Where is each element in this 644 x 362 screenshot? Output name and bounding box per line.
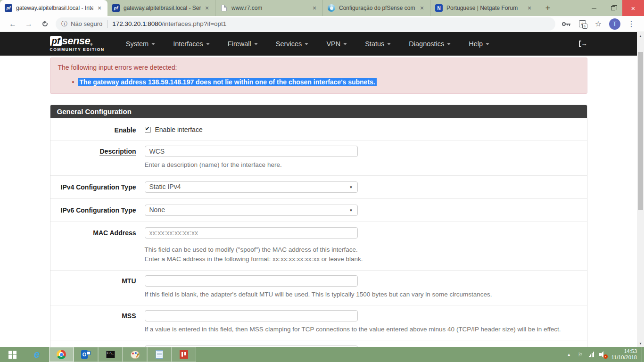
chevron-down-icon: [343, 43, 347, 47]
tab-netgate-forum[interactable]: N Portuguese | Netgate Forum ×: [430, 0, 537, 16]
menu-diagnostics[interactable]: Diagnostics: [400, 40, 460, 48]
description-row: Description Enter a description (name) f…: [50, 140, 587, 175]
pfsense-logo[interactable]: pf sense ® COMMUNITY EDITION: [50, 36, 105, 52]
browser-toolbar: ← → ⓘ Não seguro 172.30.20.1:8080 /inter…: [0, 16, 644, 32]
enable-row: Enable ✔ Enable interface: [50, 118, 587, 140]
mss-help: If a value is entered in this field, the…: [145, 325, 587, 334]
ipv4-type-label: IPv4 Configuration Type: [50, 181, 145, 193]
tab-r7[interactable]: www.r7.com ×: [215, 0, 322, 16]
network-signal-icon[interactable]: [586, 347, 597, 362]
window-restore-button[interactable]: [603, 0, 622, 16]
menu-firewall[interactable]: Firewall: [219, 40, 267, 48]
scroll-up-icon[interactable]: ▲: [637, 32, 644, 40]
tab-title: Configuração do pfSense com 3: [339, 5, 416, 11]
menu-services[interactable]: Services: [267, 40, 318, 48]
forward-icon[interactable]: →: [23, 18, 35, 30]
pf-logo-box: pf: [50, 36, 62, 46]
chevron-down-icon: [305, 43, 308, 47]
enable-checkbox-label: Enable interface: [155, 126, 203, 133]
pfsense-favicon: pf: [5, 4, 12, 12]
ipv6-type-row: IPv6 Configuration Type None ▼: [50, 198, 587, 222]
start-button[interactable]: [0, 347, 25, 362]
select-caret-icon: ▼: [349, 208, 353, 213]
bookmark-star-icon[interactable]: ☆: [592, 18, 604, 30]
bullet-icon: •: [72, 78, 74, 86]
red-app-icon: [180, 350, 188, 359]
windows-logo-icon: [8, 351, 17, 359]
menu-help[interactable]: Help: [460, 40, 498, 48]
mac-address-row: MAC Address This field can be used to mo…: [50, 222, 587, 270]
tab-pfsense-config-article[interactable]: Configuração do pfSense com 3 ×: [322, 0, 430, 16]
mss-input[interactable]: [145, 310, 358, 321]
alert-intro: The following input errors were detected…: [58, 64, 579, 71]
taskbar-paint[interactable]: [123, 347, 147, 362]
tab-title: gateway.alpitelbrasil.local - Serv: [124, 5, 201, 11]
show-desktop-button[interactable]: [642, 347, 644, 362]
input-errors-alert: The following input errors were detected…: [50, 58, 587, 94]
enable-interface-checkbox[interactable]: ✔: [145, 127, 151, 133]
password-key-icon[interactable]: [560, 18, 572, 30]
chrome-menu-icon[interactable]: ⋮: [625, 18, 637, 30]
new-tab-button[interactable]: +: [541, 1, 554, 15]
action-center-flag-icon[interactable]: ⚐: [575, 347, 586, 362]
mac-help-line1: This field can be used to modify ("spoof…: [145, 245, 569, 255]
ipv6-type-label: IPv6 Configuration Type: [50, 205, 145, 216]
command-prompt-icon: C:\_: [106, 351, 115, 358]
reload-icon[interactable]: [39, 18, 51, 30]
security-label: Não seguro: [71, 20, 102, 27]
mac-help-line2: Enter a MAC address in the following for…: [145, 255, 569, 264]
ipv4-type-select[interactable]: Static IPv4 ▼: [145, 181, 358, 193]
url-path: /interfaces.php?if=opt1: [162, 20, 226, 27]
taskbar-outlook[interactable]: O: [74, 347, 98, 362]
menu-interfaces[interactable]: Interfaces: [164, 40, 219, 48]
chevron-down-icon: [447, 43, 451, 47]
taskbar-notepad[interactable]: [147, 347, 172, 362]
paint-icon: [131, 351, 140, 359]
volume-muted-icon[interactable]: ×: [597, 347, 609, 362]
info-icon[interactable]: ⓘ: [61, 20, 67, 28]
mtu-label: MTU: [50, 275, 145, 299]
taskbar-chrome[interactable]: [49, 347, 74, 362]
menu-status[interactable]: Status: [356, 40, 400, 48]
vertical-scrollbar[interactable]: ▲ ▼: [637, 32, 644, 347]
check-icon: ✔: [145, 125, 150, 132]
menu-vpn[interactable]: VPN: [317, 40, 356, 48]
clock-time: 14:53: [611, 348, 637, 354]
taskbar-internet-explorer[interactable]: e: [25, 347, 49, 362]
logout-icon[interactable]: →: [579, 40, 587, 48]
close-tab-icon[interactable]: ×: [418, 4, 426, 12]
description-input[interactable]: [145, 146, 358, 157]
description-label: Description: [50, 146, 145, 170]
close-tab-icon[interactable]: ×: [310, 4, 319, 12]
mtu-row: MTU If this field is blank, the adapter'…: [50, 270, 587, 305]
mtu-input[interactable]: [145, 275, 358, 287]
taskbar-command-prompt[interactable]: C:\_: [98, 347, 123, 362]
scroll-down-icon[interactable]: ▼: [637, 339, 644, 347]
selected-error-text: The gateway address 138.59.148.197 does …: [78, 78, 376, 86]
ipv6-type-select[interactable]: None ▼: [145, 205, 358, 216]
windows-taskbar: e O C:\_ ▲ ⚐ × 14:53 11/10/2018: [0, 347, 644, 362]
address-bar[interactable]: ⓘ Não seguro 172.30.20.1:8080 /interface…: [56, 17, 555, 31]
browser-tab-strip: pf gateway.alpitelbrasil.local - Inter ×…: [0, 0, 644, 16]
taskbar-clock[interactable]: 14:53 11/10/2018: [611, 348, 637, 361]
tab-pfsense-interfaces[interactable]: pf gateway.alpitelbrasil.local - Inter ×: [0, 0, 107, 16]
close-tab-icon[interactable]: ×: [525, 4, 534, 12]
window-close-button[interactable]: ×: [622, 0, 644, 16]
window-minimize-button[interactable]: [585, 0, 603, 16]
scrollbar-thumb[interactable]: [638, 52, 643, 210]
close-tab-icon[interactable]: ×: [95, 4, 104, 12]
tray-expand-icon[interactable]: ▲: [563, 347, 575, 362]
mss-row: MSS If a value is entered in this field,…: [50, 305, 587, 340]
back-icon[interactable]: ←: [7, 18, 19, 30]
omnibox-divider: [107, 20, 107, 28]
main-menu: System Interfaces Firewall Services VPN …: [117, 40, 498, 48]
taskbar-red-app[interactable]: [172, 347, 196, 362]
close-tab-icon[interactable]: ×: [203, 4, 211, 12]
profile-avatar[interactable]: T: [609, 18, 620, 30]
translate-icon[interactable]: A: [576, 18, 588, 30]
menu-system[interactable]: System: [117, 40, 164, 48]
tab-pfsense-services[interactable]: pf gateway.alpitelbrasil.local - Serv ×: [107, 0, 215, 16]
mac-address-input[interactable]: [145, 227, 358, 239]
community-edition-label: COMMUNITY EDITION: [50, 47, 105, 52]
tab-title: www.r7.com: [231, 5, 308, 11]
